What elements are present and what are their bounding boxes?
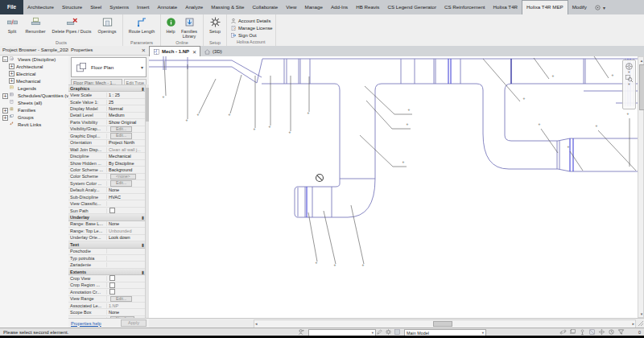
expand-icon[interactable]: + (9, 64, 14, 69)
tree-item-mechanical[interactable]: +Mechanical (0, 77, 68, 84)
duct-tag[interactable]: + (268, 125, 271, 129)
chevron-down-icon[interactable]: ▾ (628, 83, 630, 86)
route-length-button[interactable]: Route Length (126, 15, 157, 34)
expand-icon[interactable]: + (9, 78, 14, 84)
duct-segment[interactable] (348, 179, 375, 217)
duct-tag[interactable]: + (522, 97, 526, 101)
close-icon[interactable]: ✕ (192, 49, 196, 55)
families-library-button[interactable]: Families Library (179, 15, 200, 39)
property-value[interactable]: None (107, 310, 146, 315)
section-header-graphics[interactable]: Graphics▮ (68, 85, 146, 92)
annotation-leader[interactable] (360, 135, 407, 167)
duct-tag[interactable]: + (288, 130, 291, 134)
duct-tag[interactable]: + (538, 122, 541, 126)
annotation-leader[interactable] (324, 211, 336, 264)
property-value[interactable]: By Discipline (107, 161, 146, 166)
property-value[interactable]: Mechanical (107, 154, 146, 159)
property-value[interactable]: Clean all wall j... (107, 147, 146, 152)
duct-tag[interactable]: + (595, 124, 598, 128)
project-browser-titlebar[interactable]: Project Browser - Sample_2020.rvt ✕ (0, 46, 68, 56)
scroll-left-arrow[interactable]: ◂ (255, 321, 258, 327)
tree-item-schedules-quantities-v-echny[interactable]: +Schedules/Quantities (všechny) (0, 92, 68, 99)
annotation-leader[interactable] (308, 212, 317, 262)
tree-item-legends[interactable]: Legends (0, 84, 68, 92)
openings-button[interactable]: Openings (95, 15, 119, 34)
duct-tag[interactable]: + (253, 127, 256, 131)
section-header-underlay[interactable]: Underlay▮ (68, 214, 146, 221)
ribbon-tab-hb-reavis[interactable]: HB Reavis (352, 0, 383, 14)
duct-segment[interactable] (232, 67, 257, 83)
duct-tag[interactable]: + (162, 95, 165, 99)
property-edit-button[interactable]: Edit... (110, 296, 132, 302)
checkbox[interactable] (109, 275, 115, 281)
annotation-leader[interactable] (199, 79, 216, 113)
ribbon-tab-cs-legend-generator[interactable]: CS Legend Generator (383, 0, 440, 14)
duct-tag[interactable]: + (333, 263, 336, 267)
type-selector[interactable]: Floor Plan ▾ (71, 57, 147, 77)
checkbox[interactable] (109, 208, 115, 213)
annotation-leader[interactable] (483, 59, 520, 101)
expand-icon[interactable]: + (9, 71, 14, 76)
delete-pipes-ducts-button[interactable]: Delete Pipes / Ducts (50, 15, 93, 34)
model-canvas[interactable]: +++++++++++++++++++++ ▾ ▾ ▴ ▾ (149, 56, 644, 318)
checkbox[interactable] (109, 282, 115, 288)
resize-grip[interactable] (638, 321, 643, 326)
setup-button[interactable]: Setup (207, 15, 223, 34)
vertical-scrollbar[interactable]: ▴ ▾ (638, 56, 644, 318)
view-tab-active[interactable]: Mech - 1.NP ✕ (149, 46, 200, 56)
ribbon-tab-collaborate[interactable]: Collaborate (249, 0, 283, 14)
scroll-right-arrow[interactable]: ▸ (632, 321, 634, 327)
annotation-leader[interactable] (534, 58, 549, 79)
ribbon-tab-add-ins[interactable]: Add-Ins (327, 0, 352, 14)
duct-tag[interactable]: + (626, 112, 630, 116)
design-options-icon[interactable] (394, 328, 401, 336)
property-edit-button[interactable]: Edit... (110, 133, 132, 138)
property-value[interactable]: None (107, 221, 146, 226)
ribbon-tab-analyze[interactable]: Analyze (181, 0, 207, 14)
duct-segment[interactable] (375, 84, 483, 179)
tree-item-sheets-all[interactable]: Sheets (all) (0, 100, 68, 107)
duct-tag[interactable]: + (196, 113, 200, 117)
ribbon-tab-holixa-t4r[interactable]: Holixa T4R (489, 0, 522, 14)
ribbon-tab-annotate[interactable]: Annotate (153, 0, 181, 14)
properties-help-link[interactable]: Properties help (71, 321, 101, 326)
file-tab[interactable]: File (0, 0, 23, 14)
tree-item-architectural[interactable]: +Architectural (0, 63, 68, 70)
ribbon-tab-modify[interactable]: Modify (568, 0, 591, 14)
duct-tag[interactable]: + (361, 263, 365, 267)
scrollbar-thumb[interactable] (433, 321, 452, 327)
tree-item-revit-links[interactable]: Revit Links (0, 122, 68, 129)
duct-tag[interactable]: + (228, 113, 231, 117)
renumber-button[interactable]: Renumber (23, 15, 48, 34)
checkbox[interactable] (109, 289, 115, 295)
expand-icon[interactable]: + (2, 108, 8, 113)
duct-tag[interactable]: + (611, 73, 614, 77)
duct-segment[interactable] (297, 179, 340, 187)
duct-segment[interactable] (232, 60, 262, 77)
section-collapse-icon[interactable]: ▮ (142, 242, 144, 247)
ribbon-tab-steel[interactable]: Steel (86, 0, 105, 14)
section-header-extents[interactable]: Extents▮ (68, 269, 146, 275)
ribbon-tab-massing-site[interactable]: Massing & Site (207, 0, 248, 14)
duct-tag[interactable]: + (315, 261, 318, 265)
filter-icon[interactable] (617, 328, 625, 336)
sign-out-menu-item[interactable]: Sign Out (229, 31, 273, 39)
ribbon-state-toggle[interactable]: ▾ (591, 0, 609, 14)
property-value[interactable]: Normal (107, 106, 146, 111)
apply-button[interactable]: Apply (121, 319, 147, 327)
annotation-leader[interactable] (366, 101, 411, 129)
property-value[interactable]: HVAC (107, 195, 146, 200)
property-value[interactable]: 1 : 25 (107, 93, 146, 97)
properties-titlebar[interactable]: Properties ✕ (68, 46, 149, 56)
duct-tag[interactable]: + (567, 145, 570, 149)
duct-tag[interactable]: + (402, 160, 405, 164)
gear-icon[interactable] (385, 328, 392, 336)
duct-segment[interactable] (483, 134, 644, 171)
annotation-leader[interactable] (570, 151, 583, 171)
select-pinned-icon[interactable] (579, 328, 586, 336)
collapse-icon[interactable]: – (2, 56, 8, 62)
select-by-face-icon[interactable] (588, 328, 596, 336)
section-collapse-icon[interactable]: ▮ (142, 86, 144, 91)
pencil-icon[interactable] (376, 328, 383, 336)
drag-on-selection-icon[interactable] (598, 328, 605, 336)
